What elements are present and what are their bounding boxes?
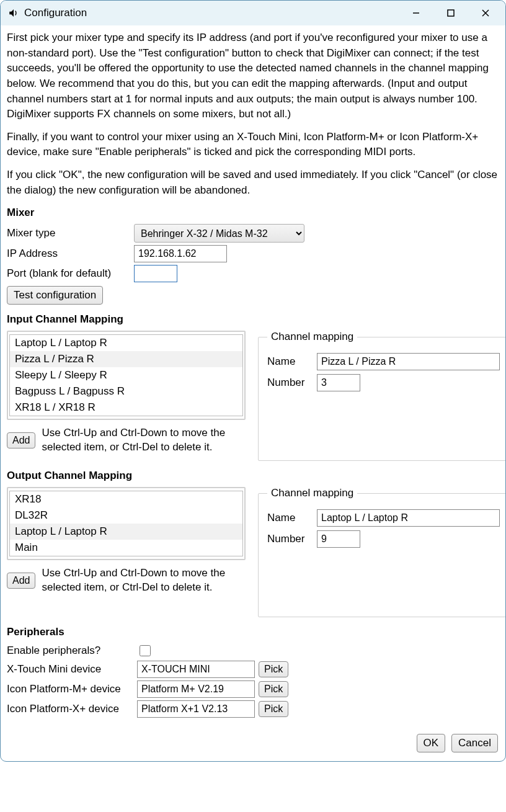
intro-p3: If you click "OK", the new configuration… [7, 167, 499, 198]
xtouch-pick-button[interactable]: Pick [259, 661, 288, 677]
output-listbox[interactable]: XR18DL32RLaptop L / Laptop RMain [7, 487, 246, 560]
enable-peripherals-checkbox[interactable] [140, 645, 151, 656]
intro-p1: First pick your mixer type and specify i… [7, 30, 499, 122]
list-item[interactable]: XR18 [10, 491, 242, 507]
list-item[interactable]: XR18 L / XR18 R [10, 399, 242, 416]
mixer-type-select[interactable]: Behringer X-32 / Midas M-32 [134, 224, 304, 243]
iconx-pick-button[interactable]: Pick [259, 701, 288, 717]
input-number-field[interactable] [317, 374, 360, 391]
ok-button[interactable]: OK [417, 734, 446, 752]
port-label: Port (blank for default) [7, 267, 134, 280]
svg-rect-1 [448, 10, 454, 16]
test-config-button[interactable]: Test configuration [7, 286, 103, 305]
ip-label: IP Address [7, 248, 134, 260]
output-number-label: Number [267, 533, 317, 545]
input-name-label: Name [267, 355, 317, 368]
xtouch-device-field[interactable] [137, 661, 255, 678]
list-item[interactable]: Laptop L / Laptop R [10, 524, 242, 540]
input-fieldset-legend: Channel mapping [267, 331, 357, 343]
close-button[interactable] [468, 1, 503, 25]
input-number-label: Number [267, 377, 317, 389]
input-mapping-heading: Input Channel Mapping [7, 313, 499, 326]
window-title: Configuration [24, 7, 87, 19]
iconx-label: Icon Platform-X+ device [7, 703, 137, 715]
output-name-field[interactable] [317, 509, 500, 527]
speaker-icon [8, 7, 19, 19]
iconm-label: Icon Platform-M+ device [7, 683, 137, 695]
list-item[interactable]: Sleepy L / Sleepy R [10, 367, 242, 383]
intro-p2: Finally, if you want to control your mix… [7, 130, 499, 160]
input-add-button[interactable]: Add [7, 432, 35, 448]
mixer-type-label: Mixer type [7, 227, 134, 239]
iconx-device-field[interactable] [137, 700, 255, 718]
input-hint: Use Ctrl-Up and Ctrl-Down to move the se… [42, 426, 246, 455]
mixer-section-heading: Mixer [7, 207, 499, 219]
list-item[interactable]: Main [10, 540, 242, 556]
iconm-device-field[interactable] [137, 680, 255, 698]
xtouch-label: X-Touch Mini device [7, 663, 137, 676]
config-dialog: Configuration First pick your mixer type… [0, 0, 506, 762]
output-channel-mapping-group: Channel mapping Name Number [258, 487, 506, 617]
output-mapping-heading: Output Channel Mapping [7, 470, 499, 482]
list-item[interactable]: Bagpuss L / Bagpuss R [10, 383, 242, 399]
list-item[interactable]: DL32R [10, 507, 242, 524]
output-number-field[interactable] [317, 530, 360, 548]
output-hint: Use Ctrl-Up and Ctrl-Down to move the se… [42, 566, 246, 595]
input-channel-mapping-group: Channel mapping Name Number [258, 331, 506, 461]
output-add-button[interactable]: Add [7, 573, 35, 589]
port-input[interactable] [134, 265, 177, 282]
ip-input[interactable] [134, 245, 227, 262]
peripherals-heading: Peripherals [7, 626, 499, 638]
titlebar: Configuration [1, 1, 505, 25]
list-item[interactable]: Pizza L / Pizza R [10, 351, 242, 367]
output-fieldset-legend: Channel mapping [267, 487, 357, 499]
enable-peripherals-label: Enable peripherals? [7, 645, 137, 657]
cancel-button[interactable]: Cancel [451, 734, 498, 752]
iconm-pick-button[interactable]: Pick [259, 681, 288, 697]
minimize-button[interactable] [399, 1, 433, 25]
list-item[interactable]: Laptop L / Laptop R [10, 335, 242, 351]
output-name-label: Name [267, 512, 317, 524]
input-name-field[interactable] [317, 353, 500, 370]
input-listbox[interactable]: Laptop L / Laptop RPizza L / Pizza RSlee… [7, 331, 246, 420]
maximize-button[interactable] [433, 1, 468, 25]
intro-text: First pick your mixer type and specify i… [7, 30, 499, 198]
